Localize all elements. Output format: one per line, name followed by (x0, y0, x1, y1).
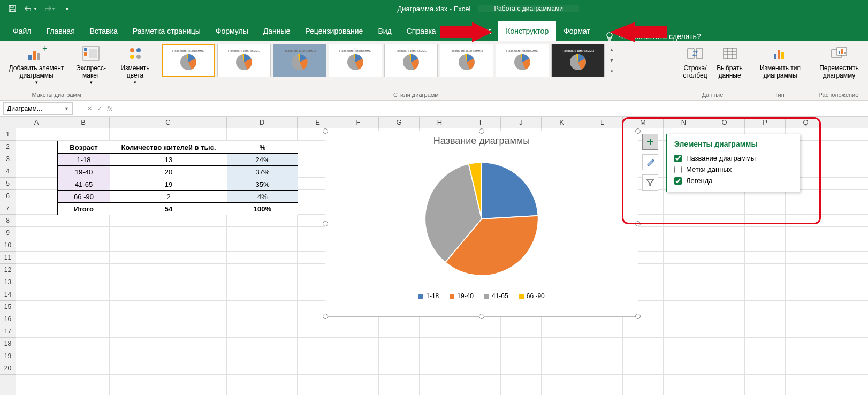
tab-design[interactable]: Конструктор (498, 21, 556, 41)
resize-handle[interactable] (479, 314, 484, 319)
col-header[interactable]: C (110, 117, 227, 128)
resize-handle[interactable] (635, 128, 641, 134)
chart-style-thumb[interactable]: Название диаграммы (384, 44, 438, 77)
change-chart-type-button[interactable]: Изменить тип диаграммы (753, 43, 807, 89)
gallery-scroll-buttons[interactable]: ▲▼▾ (607, 44, 616, 77)
chart-style-thumb[interactable]: Название диаграммы (162, 44, 215, 77)
resize-handle[interactable] (635, 221, 641, 226)
switch-row-col-button[interactable]: Строка/ столбец (679, 43, 712, 89)
chart-style-thumb[interactable]: Название диаграммы (273, 44, 326, 77)
chart-title[interactable]: Название диаграммы (325, 135, 638, 147)
save-icon[interactable] (4, 2, 20, 16)
chart-style-thumb[interactable]: Название диаграммы (329, 44, 382, 77)
chart-element-option[interactable]: Легенда (674, 175, 792, 186)
checkbox[interactable] (674, 155, 682, 162)
fx-icon[interactable]: fx (107, 104, 112, 112)
row-header[interactable]: 6 (0, 190, 16, 202)
row-header[interactable]: 8 (0, 215, 16, 227)
legend-item[interactable]: 19-40 (450, 292, 474, 300)
tab-help[interactable]: Справка (399, 21, 444, 41)
chart-legend[interactable]: 1-1819-4041-6566 -90 (325, 292, 638, 300)
legend-item[interactable]: 66 -90 (519, 292, 545, 300)
col-header[interactable]: N (664, 117, 704, 128)
undo-icon[interactable]: ▾ (22, 2, 39, 16)
add-chart-element-button[interactable]: + Добавить элемент диаграммы ▾ (3, 43, 70, 89)
resize-handle[interactable] (323, 221, 328, 226)
chart-style-thumb[interactable]: Название диаграммы (551, 44, 605, 77)
row-header[interactable]: 5 (0, 178, 16, 190)
brush-icon[interactable] (642, 154, 658, 170)
tab-review[interactable]: Рецензирование (298, 21, 370, 41)
accept-formula-icon[interactable]: ✓ (97, 104, 103, 112)
chart-style-thumb[interactable]: Название диаграммы (217, 44, 271, 77)
col-header[interactable]: M (623, 117, 664, 128)
col-header[interactable]: J (501, 117, 542, 128)
checkbox[interactable] (674, 166, 682, 173)
row-header[interactable]: 1 (0, 128, 16, 141)
tab-file[interactable]: Файл (5, 21, 39, 41)
col-header[interactable]: H (420, 117, 460, 128)
row-header[interactable]: 15 (0, 301, 16, 313)
filter-icon[interactable] (642, 174, 658, 191)
row-header[interactable]: 16 (0, 313, 16, 325)
tab-data[interactable]: Данные (256, 21, 298, 41)
chevron-down-icon[interactable]: ▼ (64, 106, 69, 111)
col-header[interactable]: F (338, 117, 379, 128)
row-header[interactable]: 11 (0, 252, 16, 264)
plus-icon[interactable] (642, 134, 658, 150)
redo-icon[interactable]: ▾ (41, 2, 57, 16)
col-header[interactable]: D (227, 117, 298, 128)
quick-layout-button[interactable]: Экспресс-макет ▾ (71, 43, 111, 89)
move-chart-button[interactable]: Переместить диаграмму (812, 43, 866, 89)
row-header[interactable]: 20 (0, 362, 16, 375)
pie-chart[interactable] (412, 152, 551, 286)
row-header[interactable]: 14 (0, 288, 16, 301)
chart-object[interactable]: Название диаграммы1-1819-4041-6566 -90 (325, 131, 638, 317)
row-header[interactable]: 2 (0, 141, 16, 153)
tab-view[interactable]: Вид (370, 21, 399, 41)
row-header[interactable]: 18 (0, 338, 16, 350)
col-header[interactable]: K (542, 117, 582, 128)
col-header[interactable]: L (582, 117, 623, 128)
row-header[interactable]: 12 (0, 264, 16, 276)
formula-input[interactable] (116, 101, 868, 116)
col-header[interactable]: A (16, 117, 57, 128)
col-header[interactable]: O (704, 117, 745, 128)
resize-handle[interactable] (323, 128, 328, 134)
row-header[interactable]: 7 (0, 202, 16, 215)
qat-customize-icon[interactable]: ▾ (59, 2, 75, 16)
row-header[interactable]: 4 (0, 165, 16, 178)
col-header[interactable]: P (745, 117, 786, 128)
checkbox[interactable] (674, 177, 682, 185)
chart-style-thumb[interactable]: Название диаграммы (440, 44, 493, 77)
chart-element-option[interactable]: Название диаграммы (674, 153, 792, 164)
row-header[interactable]: 10 (0, 239, 16, 252)
col-header[interactable]: E (298, 117, 338, 128)
tab-insert[interactable]: Вставка (82, 21, 125, 41)
data-table[interactable]: ВозрастКоличество жителей в тыс.%1-18132… (57, 141, 298, 215)
legend-item[interactable]: 41-65 (484, 292, 508, 300)
col-header[interactable]: I (460, 117, 501, 128)
col-header[interactable]: G (379, 117, 420, 128)
row-header[interactable]: 9 (0, 227, 16, 239)
name-box[interactable]: Диаграмм...▼ (3, 102, 73, 115)
tab-format[interactable]: Формат (556, 21, 598, 41)
row-header[interactable]: 3 (0, 153, 16, 165)
tab-home[interactable]: Главная (39, 21, 82, 41)
tab-formulas[interactable]: Формулы (208, 21, 256, 41)
tab-layout[interactable]: Разметка страницы (125, 21, 208, 41)
select-data-button[interactable]: Выбрать данные (713, 43, 747, 89)
chart-element-option[interactable]: Метки данных (674, 164, 792, 175)
select-all-cell[interactable] (0, 117, 16, 128)
col-header[interactable]: Q (786, 117, 826, 128)
row-header[interactable]: 17 (0, 325, 16, 338)
legend-item[interactable]: 1-18 (418, 292, 439, 300)
chart-style-thumb[interactable]: Название диаграммы (496, 44, 549, 77)
cancel-formula-icon[interactable]: ✕ (87, 104, 93, 112)
worksheet-grid[interactable]: ABCDEFGHIJKLMNOPQ 1234567891011121314151… (0, 117, 868, 395)
row-header[interactable]: 19 (0, 350, 16, 362)
resize-handle[interactable] (635, 314, 641, 319)
row-header[interactable]: 13 (0, 276, 16, 288)
resize-handle[interactable] (323, 314, 328, 319)
resize-handle[interactable] (479, 128, 484, 134)
